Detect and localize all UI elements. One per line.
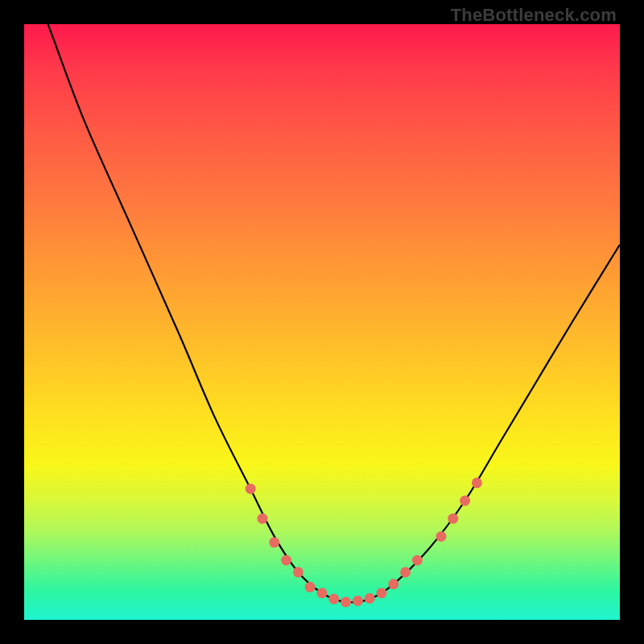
curve-layer: [0, 0, 644, 644]
highlight-dot: [400, 567, 411, 577]
highlight-dot: [365, 593, 375, 604]
highlight-dot: [293, 567, 303, 577]
highlight-dot: [317, 588, 328, 598]
highlight-dot: [269, 537, 279, 547]
highlight-dot: [412, 555, 423, 566]
highlight-dot: [341, 597, 351, 607]
highlight-dot: [388, 579, 398, 589]
highlight-dot: [377, 588, 387, 598]
highlight-dot: [305, 582, 316, 592]
highlight-dot: [328, 594, 339, 605]
bottleneck-curve: [24, 0, 620, 602]
highlight-dots: [246, 477, 482, 607]
highlight-dot: [472, 477, 482, 488]
highlight-dot: [281, 555, 291, 566]
highlight-dot: [436, 531, 447, 542]
highlight-dot: [460, 496, 470, 506]
highlight-dot: [246, 484, 256, 494]
highlight-dot: [448, 514, 458, 524]
highlight-dot: [353, 596, 363, 606]
highlight-dot: [258, 514, 268, 524]
